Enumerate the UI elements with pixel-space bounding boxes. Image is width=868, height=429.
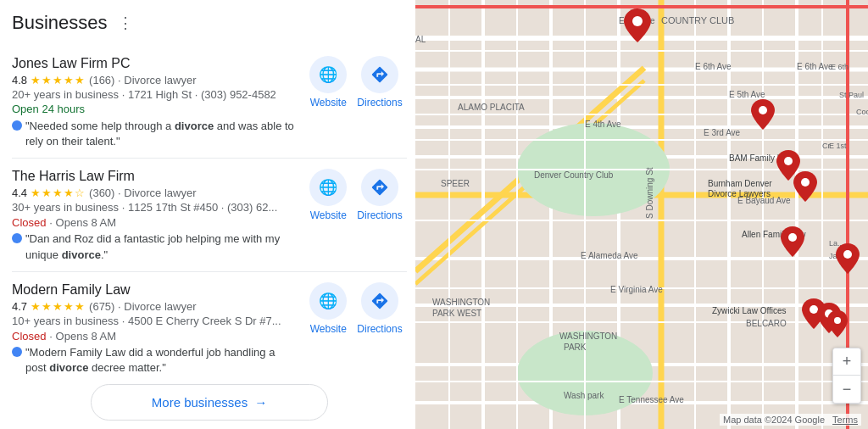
- map-zoom-controls: + −: [832, 348, 861, 404]
- directions-icon-circle: [361, 282, 398, 320]
- opens-at: · Opens 8 AM: [49, 216, 116, 229]
- svg-text:PARK WEST: PARK WEST: [432, 309, 481, 318]
- svg-point-78: [810, 305, 818, 314]
- svg-point-73: [632, 16, 643, 26]
- business-name: Modern Family Law: [12, 282, 298, 298]
- globe-icon: 🌐: [319, 292, 337, 310]
- svg-point-75: [784, 157, 793, 165]
- directions-button[interactable]: Directions: [357, 282, 402, 335]
- map-panel[interactable]: COUNTRY CLUB ALAMO PLACITA SPEER Denver …: [415, 0, 868, 429]
- businesses-panel: Businesses ⋮ Jones Law Firm PC 4.8 ★★★★★…: [0, 0, 415, 429]
- review-source-icon: [12, 233, 22, 243]
- svg-text:E 6th Ave: E 6th Ave: [797, 62, 833, 71]
- svg-text:S Downing St: S Downing St: [645, 167, 654, 219]
- globe-icon: 🌐: [319, 65, 337, 84]
- website-icon-circle: 🌐: [309, 282, 347, 320]
- svg-text:E 6th: E 6th: [831, 63, 849, 71]
- directions-label: Directions: [357, 209, 402, 221]
- more-businesses-label: More businesses: [152, 395, 248, 410]
- directions-icon-circle: [361, 169, 398, 206]
- closed-status: Closed: [12, 216, 46, 229]
- reviews-count: (675) · Divorce lawyer: [89, 300, 196, 313]
- svg-text:E 3rd Ave: E 3rd Ave: [704, 128, 741, 137]
- website-icon-circle: 🌐: [309, 169, 347, 206]
- svg-text:BELCARO: BELCARO: [746, 319, 787, 328]
- website-button[interactable]: 🌐 Website: [309, 282, 347, 335]
- rating-number: 4.4: [12, 187, 27, 199]
- business-details: 20+ years in business · 1721 High St · (…: [12, 88, 298, 101]
- website-icon-circle: 🌐: [309, 56, 347, 93]
- action-buttons-row: 🌐 Website Directions: [309, 282, 402, 335]
- website-button[interactable]: 🌐 Website: [309, 169, 347, 221]
- panel-header: Businesses ⋮: [12, 12, 407, 34]
- svg-text:E Virginia Ave: E Virginia Ave: [610, 285, 663, 294]
- reviews-count: (360) · Divorce lawyer: [89, 187, 196, 199]
- svg-text:COUNTRY CLUB: COUNTRY CLUB: [661, 15, 734, 25]
- website-label: Website: [310, 323, 347, 335]
- more-businesses-arrow: →: [254, 395, 267, 410]
- zoom-out-button[interactable]: −: [833, 376, 860, 403]
- svg-text:Zywicki Law Offices: Zywicki Law Offices: [712, 306, 787, 315]
- svg-point-74: [759, 106, 767, 114]
- svg-text:E 4th Ave: E 4th Ave: [585, 120, 621, 129]
- svg-text:WASHINGTON: WASHINGTON: [559, 332, 617, 341]
- svg-point-76: [801, 178, 810, 187]
- list-item: Jones Law Firm PC 4.8 ★★★★★ (166) · Divo…: [12, 46, 407, 159]
- review-snippet: "Dan and Roz did a fantastic job helping…: [12, 231, 298, 262]
- rating-row: 4.8 ★★★★★ (166) · Divorce lawyer: [12, 74, 298, 86]
- svg-text:E 1st: E 1st: [829, 142, 847, 150]
- svg-text:Burnham Denver: Burnham Denver: [708, 179, 772, 188]
- rating-number: 4.7: [12, 300, 27, 313]
- action-buttons-row: 🌐 Website Directions: [309, 56, 402, 109]
- business-actions: 🌐 Website Directions: [305, 169, 407, 221]
- svg-point-77: [788, 233, 797, 242]
- review-text: "Modern Family Law did a wonderful job h…: [25, 345, 298, 376]
- closed-status: Closed: [12, 330, 46, 343]
- svg-point-80: [834, 317, 841, 324]
- website-label: Website: [310, 97, 347, 109]
- svg-text:AL: AL: [415, 35, 426, 44]
- list-item: Modern Family Law 4.7 ★★★★★ (675) · Divo…: [12, 272, 407, 376]
- svg-text:Wash park: Wash park: [564, 391, 604, 400]
- panel-title: Businesses: [12, 12, 108, 34]
- review-source-icon: [12, 120, 22, 131]
- opens-at: · Opens 8 AM: [49, 330, 116, 343]
- business-actions: 🌐 Website Directions: [305, 282, 407, 335]
- directions-icon-circle: [361, 56, 398, 93]
- map-attribution: Map data ©2024 Google Terms: [720, 414, 861, 426]
- directions-button[interactable]: Directions: [357, 169, 402, 221]
- zoom-in-button[interactable]: +: [833, 348, 860, 376]
- business-name: The Harris Law Firm: [12, 169, 298, 184]
- open-status: Open 24 hours: [12, 103, 298, 115]
- business-info: The Harris Law Firm 4.4 ★★★★☆ (360) · Di…: [12, 169, 305, 262]
- stars: ★★★★☆: [31, 187, 86, 199]
- review-text: "Dan and Roz did a fantastic job helping…: [25, 231, 298, 262]
- business-info: Modern Family Law 4.7 ★★★★★ (675) · Divo…: [12, 282, 305, 376]
- website-button[interactable]: 🌐 Website: [309, 56, 347, 109]
- business-details: 10+ years in business · 4500 E Cherry Cr…: [12, 315, 298, 327]
- stars: ★★★★★: [31, 300, 86, 313]
- more-options-icon[interactable]: ⋮: [114, 12, 136, 34]
- business-info: Jones Law Firm PC 4.8 ★★★★★ (166) · Divo…: [12, 56, 305, 149]
- directions-button[interactable]: Directions: [357, 56, 402, 109]
- business-details: 30+ years in business · 1125 17th St #45…: [12, 201, 298, 214]
- directions-icon: [370, 65, 389, 84]
- svg-text:WASHINGTON: WASHINGTON: [432, 298, 490, 307]
- svg-text:Cook: Cook: [856, 108, 868, 116]
- directions-label: Directions: [357, 97, 402, 109]
- rating-row: 4.4 ★★★★☆ (360) · Divorce lawyer: [12, 187, 298, 199]
- status-row: Closed · Opens 8 AM: [12, 215, 298, 229]
- more-businesses-button[interactable]: More businesses →: [91, 384, 328, 421]
- terms-link[interactable]: Terms: [832, 415, 858, 425]
- svg-text:E Tennessee Ave: E Tennessee Ave: [619, 395, 684, 404]
- website-label: Website: [310, 209, 347, 221]
- map-svg: COUNTRY CLUB ALAMO PLACITA SPEER Denver …: [415, 0, 868, 429]
- svg-text:E Alameda Ave: E Alameda Ave: [581, 251, 638, 260]
- review-snippet: "Modern Family Law did a wonderful job h…: [12, 345, 298, 376]
- svg-text:SPEER: SPEER: [441, 179, 470, 188]
- review-source-icon: [12, 347, 22, 357]
- svg-text:PARK: PARK: [564, 343, 587, 352]
- business-actions: 🌐 Website Directions: [305, 56, 407, 109]
- reviews-count: (166) · Divorce lawyer: [89, 74, 196, 86]
- rating-row: 4.7 ★★★★★ (675) · Divorce lawyer: [12, 300, 298, 313]
